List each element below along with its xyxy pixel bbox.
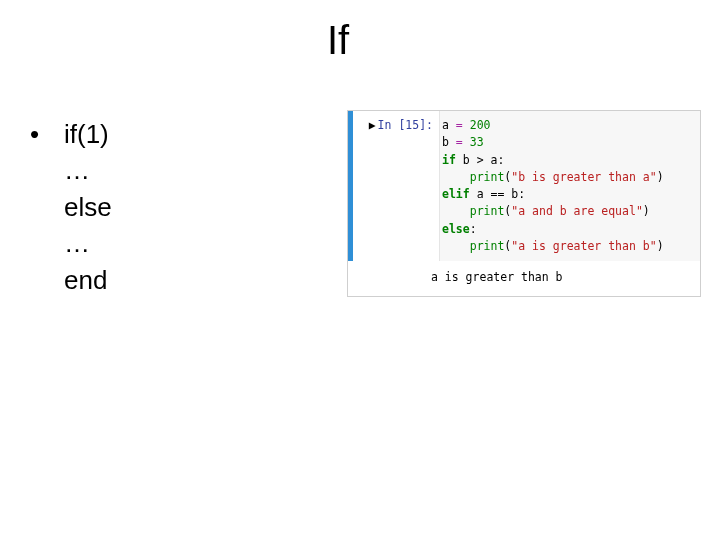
code-token bbox=[442, 239, 470, 253]
run-icon: ▶ bbox=[369, 118, 376, 132]
code-token: print bbox=[470, 239, 505, 253]
execution-prompt: ▶In [15]: bbox=[353, 111, 439, 261]
code-token: else bbox=[442, 222, 470, 236]
code-token: = bbox=[449, 118, 470, 132]
code-token: if bbox=[442, 153, 456, 167]
notebook-output-row: a is greater than b bbox=[348, 261, 700, 296]
code-token: print bbox=[470, 204, 505, 218]
code-token: "a and b are equal" bbox=[511, 204, 643, 218]
bullet-line: end bbox=[64, 262, 112, 298]
code-token bbox=[442, 170, 470, 184]
code-token: ) bbox=[657, 239, 664, 253]
code-token: ) bbox=[657, 170, 664, 184]
notebook-cell: ▶In [15]: a = 200 b = 33 if b > a: print… bbox=[347, 110, 701, 297]
code-token: : bbox=[470, 222, 477, 236]
code-token: 200 bbox=[470, 118, 491, 132]
code-token: ) bbox=[643, 204, 650, 218]
bullet-line: else bbox=[64, 189, 112, 225]
slide-title: If bbox=[327, 18, 349, 63]
bullet-list: • if(1) … else … end bbox=[30, 116, 112, 298]
bullet-line: … bbox=[64, 152, 112, 188]
cell-output: a is greater than b bbox=[429, 261, 700, 296]
code-token: print bbox=[470, 170, 505, 184]
code-token: b > a: bbox=[456, 153, 504, 167]
notebook-input-row: ▶In [15]: a = 200 b = 33 if b > a: print… bbox=[348, 111, 700, 261]
code-token: "a is greater than b" bbox=[511, 239, 656, 253]
bullet-text: if(1) … else … end bbox=[64, 116, 112, 298]
code-token: "b is greater than a" bbox=[511, 170, 656, 184]
code-token: a bbox=[442, 118, 449, 132]
prompt-label: In [15]: bbox=[378, 118, 433, 132]
code-token: 33 bbox=[470, 135, 484, 149]
slide: If • if(1) … else … end ▶In [15]: a = 20… bbox=[0, 0, 720, 540]
output-gutter bbox=[348, 261, 429, 296]
code-token bbox=[442, 204, 470, 218]
code-token: b bbox=[442, 135, 449, 149]
code-token: = bbox=[449, 135, 470, 149]
bullet-marker: • bbox=[30, 116, 64, 298]
bullet-line: if(1) bbox=[64, 116, 112, 152]
code-token: elif bbox=[442, 187, 470, 201]
code-editor: a = 200 b = 33 if b > a: print("b is gre… bbox=[439, 111, 700, 261]
code-token: a == b: bbox=[470, 187, 525, 201]
bullet-line: … bbox=[64, 225, 112, 261]
